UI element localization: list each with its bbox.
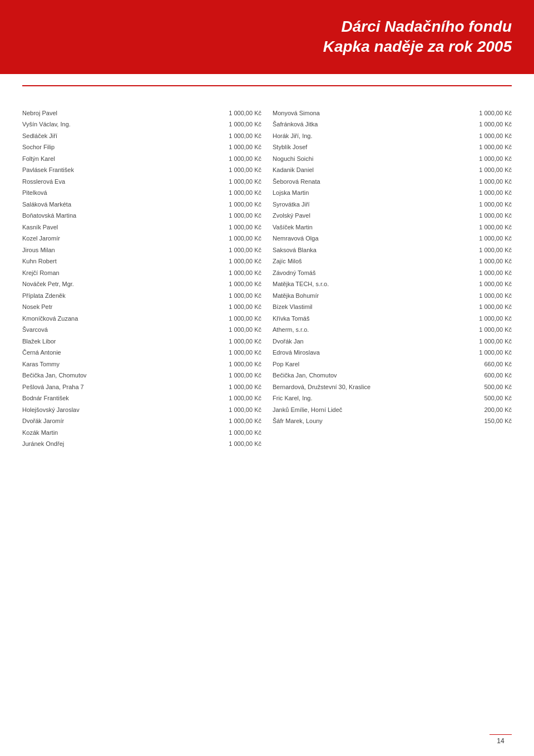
donor-name: Blažek Libor	[22, 337, 223, 346]
donor-amount: 1 000,00 Kč	[479, 246, 512, 255]
donor-amount: 1 000,00 Kč	[479, 120, 512, 129]
donor-name: Příplata Zdeněk	[22, 291, 223, 301]
list-item: Vyšín Václav, Ing.1 000,00 Kč	[22, 120, 261, 129]
list-item: Horák Jiří, Ing.1 000,00 Kč	[273, 131, 512, 141]
donor-name: Černá Antonie	[22, 348, 223, 357]
list-item: Kozel Jaromír1 000,00 Kč	[22, 234, 261, 243]
donor-name: Karas Tommy	[22, 360, 223, 369]
donor-name: Křívka Tomáš	[273, 314, 473, 323]
list-item: Syrovátka Jiří1 000,00 Kč	[273, 200, 512, 209]
donor-name: Saksová Blanka	[273, 246, 473, 255]
donor-amount: 1 000,00 Kč	[479, 314, 512, 323]
list-item: Rosslerová Eva1 000,00 Kč	[22, 177, 261, 186]
list-item: Šeborová Renata1 000,00 Kč	[273, 177, 512, 186]
donor-name: Horák Jiří, Ing.	[273, 131, 473, 141]
list-item: Šáfr Marek, Louny150,00 Kč	[273, 416, 512, 426]
list-item: Vašíček Martin1 000,00 Kč	[273, 223, 512, 232]
donor-amount: 1 000,00 Kč	[229, 279, 261, 289]
list-item: Nosek Petr1 000,00 Kč	[22, 302, 261, 312]
donor-name: Holejšovský Jaroslav	[22, 405, 223, 415]
divider	[22, 85, 512, 86]
donor-amount: 600,00 Kč	[484, 371, 512, 380]
list-item: Pavlásek František1 000,00 Kč	[22, 165, 261, 175]
list-item: Monyová Simona1 000,00 Kč	[273, 109, 512, 118]
donor-amount: 1 000,00 Kč	[479, 177, 512, 186]
donor-name: Šáfr Marek, Louny	[273, 416, 478, 426]
donor-name: Dvořák Jan	[273, 337, 473, 346]
page-footer: 14	[490, 734, 512, 745]
donor-name: Nebroj Pavel	[22, 109, 223, 118]
donor-amount: 1 000,00 Kč	[229, 325, 261, 335]
list-item: Bečička Jan, Chomutov600,00 Kč	[273, 371, 512, 380]
donor-name: Bečička Jan, Chomutov	[273, 371, 478, 380]
donor-amount: 660,00 Kč	[484, 360, 512, 369]
list-item: Kadanik Daniel1 000,00 Kč	[273, 165, 512, 175]
donor-amount: 1 000,00 Kč	[479, 131, 512, 141]
donor-name: Pešlová Jana, Praha 7	[22, 382, 223, 392]
donor-amount: 1 000,00 Kč	[229, 371, 261, 380]
donor-amount: 1 000,00 Kč	[229, 405, 261, 415]
donor-amount: 150,00 Kč	[484, 416, 512, 426]
right-column: Monyová Simona1 000,00 KčŠafránková Jitk…	[273, 109, 512, 451]
donor-name: Styblík Josef	[273, 143, 473, 152]
list-item: Dvořák Jaromír1 000,00 Kč	[22, 416, 261, 426]
list-item: Foltýn Karel1 000,00 Kč	[22, 154, 261, 164]
header-line1: Dárci Nadačního fondu	[342, 18, 512, 35]
donor-amount: 500,00 Kč	[484, 382, 512, 392]
donor-amount: 1 000,00 Kč	[229, 428, 261, 438]
donor-name: Boňatovská Martina	[22, 211, 223, 220]
list-item: Lojska Martin1 000,00 Kč	[273, 188, 512, 198]
list-item: Kasník Pavel1 000,00 Kč	[22, 223, 261, 232]
donor-amount: 1 000,00 Kč	[479, 154, 512, 164]
donor-amount: 1 000,00 Kč	[229, 154, 261, 164]
donor-amount: 1 000,00 Kč	[229, 131, 261, 141]
donor-amount: 1 000,00 Kč	[479, 188, 512, 198]
donor-amount: 1 000,00 Kč	[229, 223, 261, 232]
donor-name: Sochor Filip	[22, 143, 223, 152]
donor-name: Bernardová, Družstevní 30, Kraslice	[273, 382, 478, 392]
donor-amount: 1 000,00 Kč	[479, 234, 512, 243]
donor-amount: 1 000,00 Kč	[229, 291, 261, 301]
list-item: Saksová Blanka1 000,00 Kč	[273, 246, 512, 255]
donor-name: Lojska Martin	[273, 188, 473, 198]
header: Dárci Nadačního fondu Kapka naděje za ro…	[0, 0, 534, 74]
donor-amount: 1 000,00 Kč	[229, 257, 261, 266]
list-item: Kozák Martin1 000,00 Kč	[22, 428, 261, 438]
list-item: Edrová Miroslava1 000,00 Kč	[273, 348, 512, 357]
list-item: Blažek Libor1 000,00 Kč	[22, 337, 261, 346]
donor-amount: 200,00 Kč	[484, 405, 512, 415]
donor-amount: 1 000,00 Kč	[229, 314, 261, 323]
list-item: Nemravová Olga1 000,00 Kč	[273, 234, 512, 243]
list-item: Bodnár František1 000,00 Kč	[22, 394, 261, 403]
donor-name: Juránek Ondřej	[22, 439, 223, 449]
list-item: Bernardová, Družstevní 30, Kraslice500,0…	[273, 382, 512, 392]
donor-name: Jirous Milan	[22, 246, 223, 255]
donor-name: Nováček Petr, Mgr.	[22, 279, 223, 289]
donor-name: Závodný Tomáš	[273, 268, 473, 278]
header-title: Dárci Nadačního fondu Kapka naděje za ro…	[323, 17, 512, 57]
donor-amount: 1 000,00 Kč	[229, 382, 261, 392]
list-item: Sochor Filip1 000,00 Kč	[22, 143, 261, 152]
donor-name: Matějka TECH, s.r.o.	[273, 279, 473, 289]
list-item: Nebroj Pavel1 000,00 Kč	[22, 109, 261, 118]
donor-name: Vašíček Martin	[273, 223, 473, 232]
donor-amount: 1 000,00 Kč	[479, 279, 512, 289]
donor-name: Kadanik Daniel	[273, 165, 473, 175]
donor-name: Fric Karel, Ing.	[273, 394, 478, 403]
donor-name: Foltýn Karel	[22, 154, 223, 164]
list-item: Pešlová Jana, Praha 71 000,00 Kč	[22, 382, 261, 392]
donor-amount: 1 000,00 Kč	[229, 337, 261, 346]
donor-name: Matějka Bohumír	[273, 291, 473, 301]
list-item: Saláková Markéta1 000,00 Kč	[22, 200, 261, 209]
donor-amount: 1 000,00 Kč	[479, 211, 512, 220]
list-item: Černá Antonie1 000,00 Kč	[22, 348, 261, 357]
donor-name: Kasník Pavel	[22, 223, 223, 232]
donor-name: Edrová Miroslava	[273, 348, 473, 357]
donor-name: Bodnár František	[22, 394, 223, 403]
donor-amount: 1 000,00 Kč	[229, 246, 261, 255]
donor-name: Kozák Martin	[22, 428, 223, 438]
donor-name: Dvořák Jaromír	[22, 416, 223, 426]
list-item: Holejšovský Jaroslav1 000,00 Kč	[22, 405, 261, 415]
content-area: Nebroj Pavel1 000,00 KčVyšín Václav, Ing…	[0, 97, 534, 484]
list-item: Příplata Zdeněk1 000,00 Kč	[22, 291, 261, 301]
